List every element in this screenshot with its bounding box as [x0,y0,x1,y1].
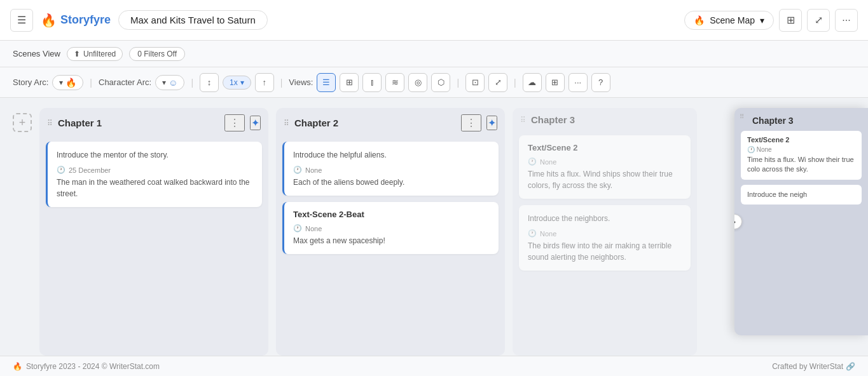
overlay-expand-button[interactable]: › [734,214,742,229]
chapter-2-menu-button[interactable]: ⋮ [461,114,481,131]
view-circle-button[interactable]: ◎ [408,73,427,92]
chapter-3-header: ⠿ Chapter 3 [513,108,697,131]
character-arc-select[interactable]: ▾ ☺ [155,75,184,90]
chapter-1-menu-button[interactable]: ⋮ [224,114,245,131]
view-cloud-button[interactable]: ☁ [523,73,542,92]
scene-map-button[interactable]: 🔥 Scene Map ▾ [684,11,774,30]
scene-card[interactable]: Introduce the helpful aliens. 🕐 None Eac… [282,142,499,196]
filters-off-button[interactable]: 0 Filters Off [129,47,185,61]
scene-text: Each of the aliens bowed deeply. [293,177,490,188]
filters-off-label: 0 Filters Off [137,50,177,58]
cloud-icon: ☁ [528,77,536,87]
view-fullscreen-button[interactable]: ⤢ [488,73,507,92]
story-arc-chevron-icon: ▾ [59,78,63,87]
view-more-button[interactable]: ··· [568,73,588,92]
help-button[interactable]: ? [591,73,610,92]
view-grid-button[interactable]: ⊞ [340,73,359,92]
scene-card[interactable]: Introduce the mentor of the story. 🕐 25 … [46,142,262,207]
list-icon: ☰ [322,77,330,87]
view-cols-button[interactable]: ⫿ [362,73,382,92]
grid2-icon: ⊞ [551,77,558,87]
scene-date: 25 December [69,166,111,174]
divider-5: | [511,77,519,88]
chapter-1-title: Chapter 1 [58,117,219,128]
main-content: + ⠿ Chapter 1 ⋮ ✦ Introduce the mentor o… [0,98,868,356]
footer-link-icon: 🔗 [846,362,855,371]
scene-summary: Introduce the neighbors. [528,213,682,224]
logo-fire-icon: 🔥 [41,13,57,28]
unfiltered-button[interactable]: ⬆ Unfiltered [67,47,123,61]
footer-left: 🔥 Storyfyre 2023 - 2024 © WriterStat.com [13,362,160,371]
sort-icon: ↕ [207,77,212,87]
chapter-3-body: Text/Scene 2 🕐 None Time hits a flux. Wi… [513,131,697,356]
chapter-3-column: ⠿ Chapter 3 Text/Scene 2 🕐 None Time hit… [513,108,697,356]
scene-summary: Introduce the helpful aliens. [293,149,490,161]
header-right: 🔥 Scene Map ▾ ⊞ ⤢ ··· [684,9,858,32]
grid-view-button[interactable]: ⊞ [779,9,802,32]
view-card-button[interactable]: ⊡ [465,73,485,92]
zoom-up-button[interactable]: ↑ [255,73,274,92]
fullscreen-icon: ⤢ [495,77,502,87]
add-chapter-button[interactable]: + [13,113,32,132]
view-more-icon: ··· [574,77,581,87]
chapter-2-title: Chapter 2 [294,117,456,128]
character-arc-label: Character Arc: [99,77,151,87]
clock-icon: 🕐 [528,158,537,166]
expand-button[interactable]: ⤢ [807,9,830,32]
view-list-button[interactable]: ☰ [317,73,336,92]
scene-card[interactable]: Introduce the neighbors. 🕐 None The bird… [519,205,691,271]
scene-card[interactable]: Text/Scene 2 🕐 None Time hits a flux. Wi… [519,135,691,199]
overlay-card-text: Time hits a flux. Wi show their true col… [747,155,855,175]
clock-icon: 🕐 [293,224,302,232]
chapter-2-header: ⠿ Chapter 2 ⋮ ✦ [276,108,505,138]
expand-icon: ⤢ [815,14,823,26]
chevron-down-icon: ▾ [760,15,764,25]
story-arc-select[interactable]: ▾ 🔥 [52,75,83,90]
scene-card[interactable]: Text-Scene 2-Beat 🕐 None Max gets a new … [282,202,499,254]
crafted-by: Crafted by WriterStat [772,362,843,371]
logo-text: Storyfyre [60,13,111,27]
view-grid2-button[interactable]: ⊞ [546,73,565,92]
logo: 🔥 Storyfyre [41,13,111,28]
view-hex-button[interactable]: ⬡ [431,73,450,92]
more-icon: ··· [842,15,850,26]
scene-summary: Introduce the mentor of the story. [57,149,253,161]
more-options-button[interactable]: ··· [835,9,858,32]
drag-handle-icon: ⠿ [284,119,289,128]
chapter-3-title: Chapter 3 [531,114,689,125]
scene-text: The man in the weathered coat walked bac… [57,177,253,199]
overlay-scene-card[interactable]: Introduce the neigh [741,185,862,205]
footer: 🔥 Storyfyre 2023 - 2024 © WriterStat.com… [0,356,868,376]
menu-button[interactable]: ☰ [10,9,33,32]
project-title[interactable]: Max and Kits Travel to Saturn [118,10,268,30]
zoom-label: 1x [230,78,238,87]
chapter-2-add-button[interactable]: ✦ [486,116,497,130]
grid-icon: ⊞ [787,14,795,26]
scene-text: The birds flew into the air making a ter… [528,240,682,263]
zoom-select[interactable]: 1x ▾ [223,76,251,90]
clock-icon: 🕐 [57,166,65,174]
chapter-2-column: ⠿ Chapter 2 ⋮ ✦ Introduce the helpful al… [276,108,505,356]
divider-1: | [87,77,95,88]
wave-icon: ≋ [392,77,399,87]
overlay-scene-card[interactable]: Text/Scene 2 🕐 None Time hits a flux. Wi… [741,131,862,180]
drag-handle-icon: ⠿ [47,119,53,128]
divider-2: | [188,77,196,88]
cols-icon: ⫿ [370,77,375,87]
card-icon: ⊡ [472,77,479,87]
filter-upload-icon: ⬆ [74,50,80,58]
footer-fire-icon: 🔥 [13,362,22,371]
toolbar-row: Story Arc: ▾ 🔥 | Character Arc: ▾ ☺ | ↕ … [0,67,868,98]
story-arc-fire-icon: 🔥 [65,77,76,88]
zoom-up-icon: ↑ [262,77,266,87]
sort-button[interactable]: ↕ [200,73,219,92]
chapter-1-add-button[interactable]: ✦ [250,116,261,130]
clock-icon: 🕐 [747,146,755,153]
drag-handle-icon: ⠿ [520,116,526,124]
chapter-1-column: ⠿ Chapter 1 ⋮ ✦ Introduce the mentor of … [39,108,268,356]
view-wave-button[interactable]: ≋ [385,73,404,92]
scene-text: Max gets a new spaceship! [293,235,490,246]
divider-4: | [454,77,462,88]
chevron-right-icon: › [734,218,736,225]
overlay-chapter-title: Chapter 3 [750,116,862,126]
